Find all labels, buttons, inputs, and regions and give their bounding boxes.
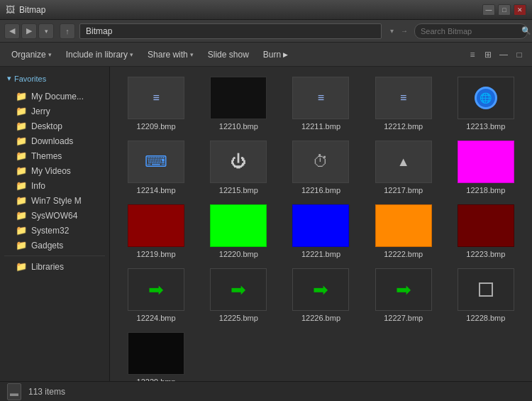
close-button[interactable]: ✕ [514, 4, 526, 16]
file-item[interactable]: 12220.bmp [199, 202, 277, 261]
slide-show-button[interactable]: Slide show [202, 47, 255, 62]
sidebar-items: 📁My Docume...📁Jerry📁Desktop📁Downloads📁Th… [0, 89, 109, 253]
file-name: 12222.bmp [384, 250, 423, 258]
file-thumbnail: ➡ [128, 268, 184, 311]
file-name: 12221.bmp [301, 250, 340, 258]
sidebar-item-win7-style-m[interactable]: 📁Win7 Style M [0, 193, 109, 208]
content-area: ≡ 12209.bmp12210.bmp ≡ 12211.bmp ≡ 12212… [110, 67, 532, 381]
green-arrow-icon: ➡ [396, 279, 411, 301]
file-item[interactable]: ≡ 12209.bmp [117, 74, 195, 133]
title-bar: 🖼 Bitmap — □ ✕ [0, 0, 532, 20]
sidebar-label: My Videos [31, 166, 71, 176]
view-tiles-button[interactable]: ⊞ [481, 48, 495, 62]
view-list-button[interactable]: ≡ [465, 48, 480, 62]
folder-icon: 📁 [16, 180, 27, 191]
file-item[interactable]: ≡ 12211.bmp [282, 74, 360, 133]
green-arrow-icon: ➡ [231, 279, 246, 301]
organize-label: Organize [11, 50, 46, 60]
sidebar-label: SysWOW64 [31, 211, 77, 221]
organize-chevron: ▾ [48, 51, 52, 58]
sidebar-label: System32 [31, 226, 69, 236]
file-item[interactable]: ➡ 12227.bmp [365, 265, 443, 325]
sidebar-item-system32[interactable]: 📁System32 [0, 223, 109, 238]
file-thumbnail [128, 204, 184, 247]
file-name: 12218.bmp [466, 186, 505, 194]
address-path[interactable]: Bitmap [79, 23, 382, 39]
libraries-label: Libraries [31, 262, 64, 272]
file-item[interactable]: 12221.bmp [282, 202, 360, 261]
share-with-button[interactable]: Share with ▾ [142, 47, 199, 62]
sidebar-item-info[interactable]: 📁Info [0, 178, 109, 193]
file-item[interactable]: 12219.bmp [117, 202, 195, 261]
burn-label: Burn [263, 50, 281, 60]
address-refresh[interactable]: → [399, 23, 410, 39]
file-item[interactable]: 12222.bmp [365, 202, 443, 261]
title-controls: — □ ✕ [482, 4, 526, 16]
file-item[interactable]: 🌐 12213.bmp [447, 74, 525, 133]
file-name: 12224.bmp [137, 314, 176, 322]
sidebar-item-downloads[interactable]: 📁Downloads [0, 133, 109, 148]
view-extra-button[interactable]: — [497, 48, 511, 62]
file-item[interactable]: ≡ 12212.bmp [365, 74, 443, 133]
recent-button[interactable]: ▾ [38, 23, 54, 39]
file-item[interactable]: ▲ 12217.bmp [365, 138, 443, 197]
sidebar-item-gadgets[interactable]: 📁Gadgets [0, 238, 109, 253]
forward-button[interactable]: ▶ [21, 23, 37, 39]
view-grid-button[interactable]: □ [512, 48, 526, 62]
file-item[interactable]: ⏱ 12216.bmp [282, 138, 360, 197]
file-item[interactable]: 12228.bmp [447, 265, 525, 325]
clock-icon: ⏻ [231, 153, 246, 171]
folder-icon: 📁 [16, 165, 27, 176]
search-input[interactable] [421, 27, 519, 35]
include-library-button[interactable]: Include in library ▾ [60, 47, 139, 62]
sidebar-label: Jerry [31, 106, 50, 116]
sidebar-label: My Docume... [31, 92, 84, 101]
folder-icon: 📁 [16, 210, 27, 221]
sidebar-item-jerry[interactable]: 📁Jerry [0, 104, 109, 119]
file-thumbnail: ▲ [375, 141, 432, 183]
file-thumbnail: ➡ [210, 268, 267, 311]
file-item[interactable]: 12218.bmp [447, 138, 525, 197]
file-item[interactable]: ⏻ 12215.bmp [199, 138, 277, 197]
sidebar-item-syswow64[interactable]: 📁SysWOW64 [0, 208, 109, 223]
folder-icon: 📁 [16, 121, 27, 131]
file-thumbnail [210, 204, 267, 247]
search-box[interactable]: 🔍 [414, 23, 528, 39]
file-thumbnail [458, 204, 514, 247]
file-item[interactable]: ⌨ 12214.bmp [117, 138, 195, 197]
status-icon: ▬ [7, 383, 21, 400]
sidebar-item-libraries[interactable]: 📁 Libraries [0, 259, 109, 274]
favorites-header[interactable]: ▾ Favorites [0, 71, 109, 86]
back-button[interactable]: ◀ [4, 23, 20, 39]
burn-button[interactable]: Burn ▶ [257, 47, 294, 62]
maximize-button[interactable]: □ [498, 4, 511, 16]
small-square-icon [479, 282, 493, 297]
file-item[interactable]: 12223.bmp [447, 202, 525, 261]
sidebar-item-themes[interactable]: 📁Themes [0, 148, 109, 163]
sidebar-item-my-videos[interactable]: 📁My Videos [0, 163, 109, 178]
organize-button[interactable]: Organize ▾ [6, 47, 57, 62]
share-with-chevron: ▾ [190, 51, 194, 58]
burn-arrow: ▶ [283, 51, 288, 58]
file-item[interactable]: 12229.bmp [117, 329, 195, 381]
file-name: 12225.bmp [219, 314, 258, 322]
sidebar-item-my-documents[interactable]: 📁My Docume... [0, 89, 109, 104]
file-item[interactable]: ➡ 12224.bmp [117, 265, 195, 325]
address-dropdown[interactable]: ▾ [386, 23, 397, 39]
toolbar: Organize ▾ Include in library ▾ Share wi… [0, 43, 532, 67]
file-item[interactable]: 12210.bmp [199, 74, 277, 133]
minimize-button[interactable]: — [482, 4, 495, 16]
list-icon: ≡ [400, 92, 406, 104]
up-button[interactable]: ↑ [60, 23, 75, 39]
nav-buttons: ◀ ▶ ▾ [4, 23, 54, 39]
folder-icon: 📁 [16, 195, 27, 206]
list-icon: ≡ [153, 92, 159, 104]
file-name: 12223.bmp [466, 250, 505, 258]
file-item[interactable]: ➡ 12225.bmp [199, 265, 277, 325]
sidebar-item-desktop[interactable]: 📁Desktop [0, 119, 109, 133]
item-count: 113 items [28, 387, 65, 397]
clock2-icon: ⏱ [313, 153, 328, 171]
file-item[interactable]: ➡ 12226.bmp [282, 265, 360, 325]
file-name: 12210.bmp [219, 122, 258, 131]
list-icon: ≡ [318, 92, 324, 104]
